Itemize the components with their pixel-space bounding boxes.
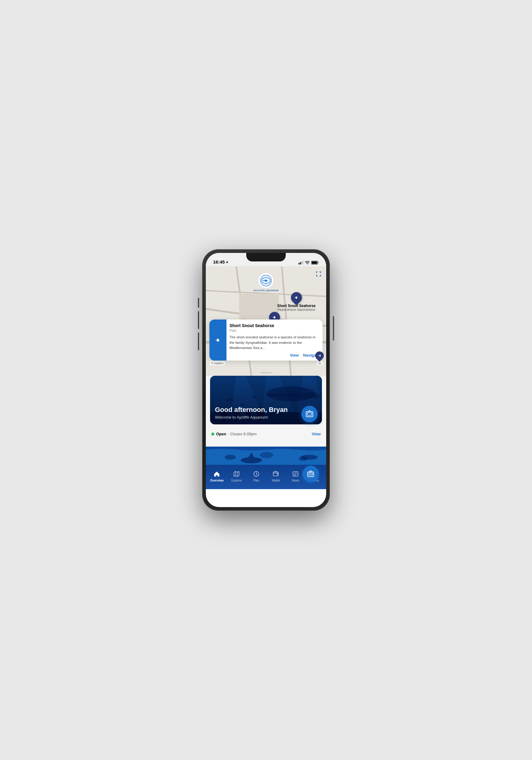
arrow-icon	[318, 354, 321, 357]
nav-item-explore[interactable]: Explore	[227, 468, 247, 482]
open-status-dot	[211, 433, 214, 436]
expand-icon	[315, 270, 322, 277]
info-card-view-button[interactable]: View	[290, 353, 299, 357]
svg-point-40	[260, 452, 273, 458]
location-arrow-icon	[225, 261, 229, 263]
info-card-title: Short Snout Seahorse	[229, 323, 319, 328]
volume-up-button[interactable]	[198, 298, 199, 308]
wallet-icon	[272, 470, 279, 478]
clock-icon	[253, 471, 260, 477]
scan-fab-icon	[307, 470, 314, 478]
nav-item-plan[interactable]: Plan	[246, 468, 266, 482]
power-button[interactable]	[333, 316, 334, 341]
map-expand-button[interactable]	[315, 270, 322, 278]
info-card-actions: View Navigate	[229, 353, 319, 357]
svg-point-42	[241, 457, 262, 463]
underwater-strip	[206, 447, 326, 465]
svg-point-19	[218, 339, 219, 340]
nav-item-overview[interactable]: Overview	[207, 468, 227, 482]
home-icon	[214, 471, 220, 477]
info-card-type: Fish	[229, 329, 319, 333]
svg-rect-1	[300, 262, 301, 264]
pin-fish-icon	[294, 295, 299, 300]
map-area[interactable]: AYCLIFFE AQUARIUM Short Snout Seahorse	[206, 266, 326, 376]
info-card-description: The short-snouted seahorse is a species …	[229, 335, 319, 351]
info-card-content: Short Snout Seahorse Fish The short-snou…	[226, 319, 322, 360]
underwater-strip-svg	[206, 447, 326, 465]
svg-rect-0	[299, 263, 300, 264]
phone-device: 16:45	[202, 249, 330, 511]
newspaper-icon	[292, 471, 299, 477]
map-pin-seahorse[interactable]: Short Snout Seahorse Hippocampus hippoca…	[277, 292, 315, 311]
wifi-icon	[305, 261, 310, 264]
explore-icon	[233, 470, 240, 478]
signal-icon	[299, 261, 303, 264]
svg-point-18	[266, 280, 267, 281]
volume-down-button[interactable]	[198, 311, 199, 329]
svg-point-4	[307, 264, 308, 264]
mapbox-info-button[interactable]: (i)	[317, 361, 322, 365]
logo-svg	[260, 274, 272, 287]
aquarium-logo: AYCLIFFE AQUARIUM	[254, 272, 278, 292]
overview-label: Overview	[210, 479, 223, 482]
nav-item-wallet[interactable]: Wallet	[266, 468, 286, 482]
status-row: Open · Closes 6:00pm View	[210, 429, 322, 439]
status-time: 16:45	[213, 259, 225, 264]
info-card-sidebar	[210, 319, 226, 360]
svg-rect-3	[303, 261, 304, 264]
explore-label: Explore	[231, 479, 242, 482]
status-left: Open · Closes 6:00pm	[211, 432, 257, 436]
news-label: News	[292, 479, 300, 482]
news-icon	[292, 470, 299, 478]
info-card-fish-icon	[214, 337, 221, 344]
plan-icon	[253, 470, 260, 478]
phone-screen: 16:45	[206, 253, 326, 507]
scan-fab-absolute[interactable]	[303, 466, 319, 482]
svg-point-43	[301, 455, 318, 460]
status-icons	[299, 261, 319, 264]
map-info-card[interactable]: Short Snout Seahorse Fish The short-snou…	[210, 319, 322, 360]
wallet-label: Wallet	[272, 479, 280, 482]
open-label: Open	[216, 432, 226, 436]
hours-label: · Closes 6:00pm	[228, 432, 257, 436]
svg-rect-7	[318, 262, 319, 263]
svg-rect-36	[307, 412, 312, 415]
pin-circle-seahorse	[289, 290, 304, 306]
overview-icon	[213, 470, 220, 478]
silent-switch[interactable]	[198, 333, 199, 350]
map-icon	[233, 471, 240, 477]
mapbox-attribution: © mapbox	[210, 361, 225, 365]
battery-icon	[311, 261, 319, 264]
svg-rect-6	[312, 262, 317, 264]
notch	[246, 253, 286, 261]
wallet-svg-icon	[272, 471, 279, 477]
home-indicator	[248, 504, 284, 505]
drag-indicator	[261, 372, 271, 373]
plan-label: Plan	[253, 479, 259, 482]
logo-text: AYCLIFFE AQUARIUM	[254, 289, 278, 292]
svg-rect-2	[301, 261, 302, 264]
scan-icon	[306, 410, 314, 418]
view-button[interactable]: View	[312, 432, 321, 436]
svg-point-39	[225, 455, 236, 460]
scan-fab-button[interactable]	[301, 406, 318, 422]
logo-circle	[258, 272, 274, 289]
